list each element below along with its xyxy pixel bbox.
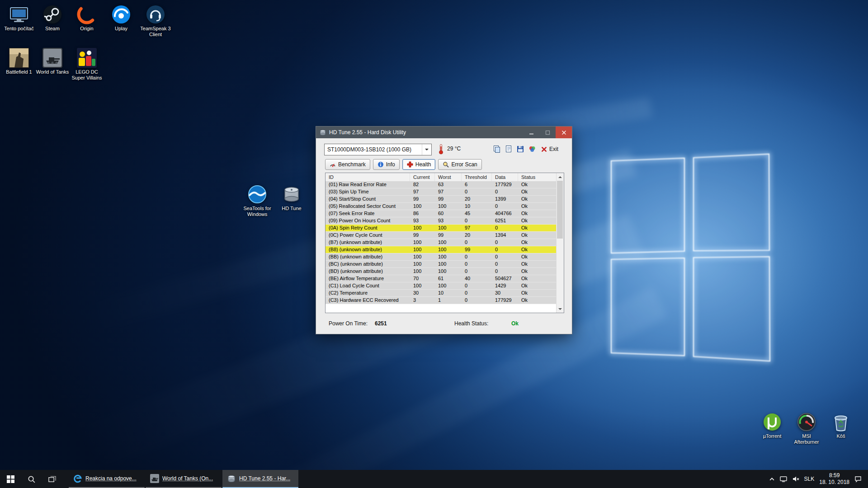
cell-worst: 63 <box>435 181 465 188</box>
copy-image-button[interactable] <box>491 144 502 154</box>
table-row[interactable]: (03) Spin Up Time979700Ok <box>326 188 557 196</box>
color-options-button[interactable] <box>527 144 538 154</box>
smart-table: IDCurrentWorstThresholdDataStatus (01) R… <box>325 173 564 313</box>
desktop-icon-msi[interactable]: MSI Afterburner <box>789 412 824 445</box>
desktop-icon-recyclebin[interactable]: Kôš <box>824 412 858 439</box>
cell-threshold: 97 <box>462 225 495 232</box>
tab-info[interactable]: Info <box>373 159 400 170</box>
chevron-up-icon[interactable] <box>769 476 775 482</box>
cell-current: 30 <box>410 290 438 297</box>
cell-id: (04) Start/Stop Count <box>326 196 413 203</box>
tab-label: Error Scan <box>451 161 477 168</box>
table-row[interactable]: (BC) (unknown attribute)10010000Ok <box>326 261 557 268</box>
cell-current: 100 <box>410 239 438 246</box>
action-center-icon[interactable] <box>854 475 862 483</box>
cell-threshold: 0 <box>462 253 495 261</box>
table-row[interactable]: (04) Start/Stop Count9999201399Ok <box>326 196 557 203</box>
clock[interactable]: 8:59 18. 10. 2018 <box>819 472 849 486</box>
desktop-icon-uplay[interactable]: Uplay <box>104 5 138 32</box>
health-status-value: Ok <box>511 320 519 327</box>
search-button[interactable] <box>21 470 42 488</box>
table-row[interactable]: (05) Reallocated Sector Count100100100Ok <box>326 203 557 210</box>
desktop-icon-label: LEGO DC Super Villains <box>70 69 104 81</box>
msi-icon <box>797 412 816 432</box>
table-row[interactable]: (01) Raw Read Error Rate82636177929Ok <box>326 181 557 188</box>
hdtune-window: HD Tune 2.55 - Hard Disk Utility ST1000D… <box>316 126 572 334</box>
table-row[interactable]: (09) Power On Hours Count939306251Ok <box>326 217 557 225</box>
desktop-icon-utorrent[interactable]: µTorrent <box>755 412 789 439</box>
desktop-icon-lego[interactable]: LEGO DC Super Villains <box>70 48 104 81</box>
tab-errorscan[interactable]: Error Scan <box>438 159 481 170</box>
cell-worst: 99 <box>435 196 465 203</box>
table-row[interactable]: (BD) (unknown attribute)10010000Ok <box>326 268 557 275</box>
minimize-button[interactable] <box>523 127 539 138</box>
copy-image-icon <box>493 145 501 153</box>
thermometer-icon <box>438 144 444 155</box>
desktop-icon-teamspeak[interactable]: TeamSpeak 3 Client <box>138 5 173 38</box>
taskbar-app-hdtune[interactable]: HD Tune 2.55 - Har... <box>222 470 298 488</box>
cell-worst: 10 <box>435 290 465 297</box>
cell-status: Ok <box>518 268 560 275</box>
monitor-tray-icon[interactable] <box>780 475 787 483</box>
table-row[interactable]: (C3) Hardware ECC Recovered310177929Ok <box>326 297 557 304</box>
title-bar[interactable]: HD Tune 2.55 - Hard Disk Utility <box>316 127 572 138</box>
cell-data: 0 <box>492 239 521 246</box>
table-row[interactable]: (BB) (unknown attribute)10010000Ok <box>326 253 557 261</box>
chevron-down-icon[interactable] <box>422 144 431 155</box>
table-header: IDCurrentWorstThresholdDataStatus <box>326 173 557 182</box>
scroll-thumb[interactable] <box>557 181 563 239</box>
tab-health[interactable]: Health <box>402 159 436 170</box>
column-header: Data <box>492 173 518 181</box>
maximize-button[interactable] <box>539 127 556 138</box>
column-header: Threshold <box>462 173 492 181</box>
cell-status: Ok <box>518 203 560 210</box>
desktop-icon-hdtune[interactable]: HD Tune <box>274 184 309 211</box>
recyclebin-icon <box>831 412 851 432</box>
cell-threshold: 20 <box>462 196 495 203</box>
cell-id: (09) Power On Hours Count <box>326 217 413 225</box>
exit-x-icon <box>541 146 547 152</box>
volume-muted-icon[interactable] <box>792 475 799 483</box>
scroll-up-arrow[interactable] <box>557 173 564 180</box>
cell-data: 0 <box>492 246 521 253</box>
cell-data: 404766 <box>492 210 521 217</box>
desktop-icon-battlefield[interactable]: Battlefield 1 <box>2 48 36 75</box>
task-view-icon <box>48 475 56 483</box>
taskbar-app-wot[interactable]: World of Tanks (On... <box>146 470 222 488</box>
table-row[interactable]: (C1) Load Cycle Count10010001429Ok <box>326 282 557 290</box>
copy-text-button[interactable] <box>503 144 514 154</box>
desktop-icon-seatools[interactable]: SeaTools for Windows <box>240 184 274 217</box>
table-row[interactable]: (0C) Power Cycle Count9999201394Ok <box>326 232 557 239</box>
table-row[interactable]: (C2) Temperature3010030Ok <box>326 290 557 297</box>
cell-id: (05) Reallocated Sector Count <box>326 203 413 210</box>
desktop-icon-wot[interactable]: World of Tanks <box>35 48 70 75</box>
desktop-icon-origin[interactable]: Origin <box>70 5 104 32</box>
cell-status: Ok <box>518 253 560 261</box>
close-button[interactable] <box>556 127 572 138</box>
scroll-down-arrow[interactable] <box>557 305 564 313</box>
exit-button[interactable]: Exit <box>541 144 558 154</box>
desktop-icon-label: SeaTools for Windows <box>240 206 274 217</box>
info-tab-icon <box>377 161 384 168</box>
table-row[interactable]: (07) Seek Error Rate866045404766Ok <box>326 210 557 217</box>
language-indicator[interactable]: SLK <box>804 476 815 482</box>
drive-selector[interactable]: ST1000DM003-1SB102 (1000 GB) <box>324 144 432 155</box>
cell-id: (B8) (unknown attribute) <box>326 246 413 253</box>
table-row[interactable]: (0A) Spin Retry Count100100970Ok <box>326 225 557 232</box>
cell-data: 504627 <box>492 275 521 282</box>
start-button[interactable] <box>0 470 21 488</box>
table-row[interactable]: (B8) (unknown attribute)100100990Ok <box>326 246 557 253</box>
desktop-icon-steam[interactable]: Steam <box>35 5 70 32</box>
table-row[interactable]: (BE) Airflow Temperature706140504627Ok <box>326 275 557 282</box>
desktop-icon-computer[interactable]: Tento počítač <box>2 5 36 32</box>
status-bar: Power On Time: 6251 Health Status: Ok <box>316 318 572 332</box>
scrollbar[interactable] <box>556 173 564 313</box>
tab-benchmark[interactable]: Benchmark <box>325 159 370 170</box>
task-view-button[interactable] <box>42 470 62 488</box>
table-row[interactable]: (B7) (unknown attribute)10010000Ok <box>326 239 557 246</box>
taskbar-app-edge[interactable]: Reakcia na odpove... <box>69 470 145 488</box>
steam-icon <box>42 5 62 24</box>
cell-id: (B7) (unknown attribute) <box>326 239 413 246</box>
cell-worst: 100 <box>435 203 465 210</box>
save-screenshot-button[interactable] <box>515 144 526 154</box>
